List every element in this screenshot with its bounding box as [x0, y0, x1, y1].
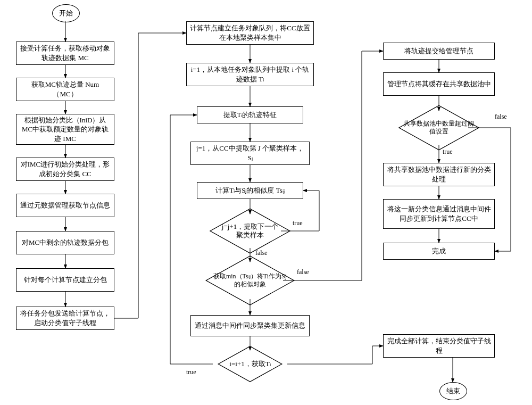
lbl-c2d3-true: true [186, 368, 196, 376]
text: 获取min（Tsᵢⱼ）将Ti作为Sj的相似对象 [211, 272, 288, 288]
c3-b2: 管理节点将其缓存在共享数据池中 [383, 72, 495, 96]
text: 获取MC轨迹总量 Num（MC） [20, 80, 111, 98]
text: 将轨迹提交给管理节点 [404, 46, 473, 56]
text: i=i+1，获取Tᵢ [229, 360, 270, 368]
c2-b4: j=1，从CC中提取第 J 个聚类样本，Sⱼ [190, 142, 310, 165]
text: 针对每个计算节点建立分包 [24, 275, 107, 285]
text: 接受计算任务，获取移动对象轨迹数据集 MC [20, 44, 111, 62]
c2-b1: 计算节点建立任务对象队列，将CC放置在本地聚类样本集中 [186, 21, 314, 45]
text: 将任务分包发送给计算节点，启动分类值守子线程 [20, 309, 111, 327]
c3-b4: 将这一新分类信息通过消息中间件同步更新到计算节点CC中 [383, 199, 495, 229]
text: 将共享数据池中数据进行新的分类处理 [387, 165, 491, 184]
text: j=j+1，提取下一个聚类样本 [221, 222, 279, 240]
c2-b5: 计算Tᵢ与Sⱼ的相似度 Tsᵢⱼ [197, 182, 303, 199]
text: 通过消息中间件同步聚类集更新信息 [195, 321, 305, 330]
c1-b3: 根据初始分类比（IniD）从MC中获取额定数量的对象轨迹 IMC [16, 114, 114, 145]
c1-b8: 将任务分包发送给计算节点，启动分类值守子线程 [16, 307, 114, 330]
text: i=1，从本地任务对象队列中提取 i 个轨迹数据 Tᵢ [190, 65, 310, 84]
text: 对MC中剩余的轨迹数据分包 [22, 238, 109, 247]
lbl-c2d2-false: false [297, 268, 309, 276]
c3-d1: 共享数据池中数量超过阈值设置 [423, 112, 455, 144]
c1-b4: 对IMC进行初始分类处理，形成初始分类集 CC [16, 158, 114, 181]
c1-b6: 对MC中剩余的轨迹数据分包 [16, 231, 114, 254]
c2-b2: i=1，从本地任务对象队列中提取 i 个轨迹数据 Tᵢ [186, 63, 314, 86]
c1-b5: 通过元数据管理获取节点信息 [16, 194, 114, 217]
text: 通过元数据管理获取节点信息 [20, 201, 110, 210]
c1-b7: 针对每个计算节点建立分包 [16, 268, 114, 292]
text: 根据初始分类比（IniD）从MC中获取额定数量的对象轨迹 IMC [20, 115, 111, 144]
text: j=1，从CC中提取第 J 个聚类样本，Sⱼ [194, 144, 306, 162]
c2-d2: 获取min（Tsᵢⱼ）将Ti作为Sj的相似对象 [232, 263, 268, 298]
c3-b6: 完成全部计算，结束分类值守子线程 [383, 334, 495, 358]
c2-b3: 提取Tᵢ的轨迹特征 [197, 106, 303, 123]
c3-b1: 将轨迹提交给管理节点 [383, 43, 495, 60]
c3-b5: 完成 [383, 243, 495, 260]
text: 对IMC进行初始分类处理，形成初始分类集 CC [20, 160, 111, 178]
c3-b3: 将共享数据池中数据进行新的分类处理 [383, 163, 495, 186]
c1-b1: 接受计算任务，获取移动对象轨迹数据集 MC [16, 42, 114, 65]
end-terminal: 结束 [439, 382, 467, 400]
c2-b6: 通过消息中间件同步聚类集更新信息 [190, 315, 310, 336]
c2-d1: j=j+1，提取下一个聚类样本 [234, 215, 266, 247]
text: 计算节点建立任务对象队列，将CC放置在本地聚类样本集中 [190, 23, 310, 42]
start-terminal: 开始 [52, 4, 80, 22]
lbl-c2d1-false: false [255, 249, 268, 257]
end-text: 结束 [446, 386, 460, 396]
start-text: 开始 [59, 9, 73, 18]
lbl-c3d1-false: false [495, 113, 507, 121]
text: 计算Tᵢ与Sⱼ的相似度 Tsᵢⱼ [215, 186, 285, 195]
text: 将这一新分类信息通过消息中间件同步更新到计算节点CC中 [387, 204, 491, 223]
c2-d3: i=i+1，获取Tᵢ [237, 351, 263, 377]
text: 完成 [432, 246, 446, 256]
lbl-c3d1-true: true [443, 148, 453, 156]
text: 提取Tᵢ的轨迹特征 [223, 110, 277, 120]
text: 完成全部计算，结束分类值守子线程 [387, 336, 491, 355]
text: 共享数据池中数量超过阈值设置 [404, 120, 474, 136]
text: 管理节点将其缓存在共享数据池中 [387, 79, 491, 89]
lbl-c2d1-true: true [293, 219, 303, 227]
c1-b2: 获取MC轨迹总量 Num（MC） [16, 78, 114, 101]
